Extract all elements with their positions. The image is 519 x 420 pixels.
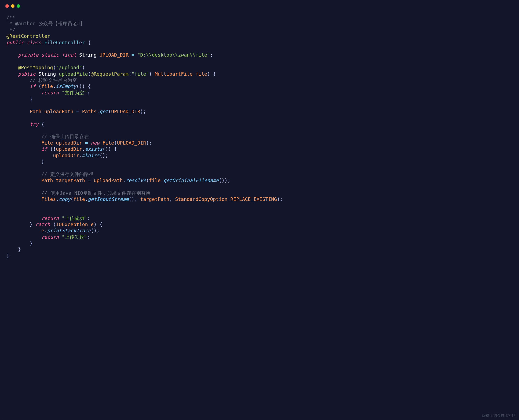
variable: uploadDir [56,146,82,152]
brace: } [30,240,33,246]
keyword: final [62,52,76,58]
semicolon: ; [228,178,231,183]
semicolon: ; [210,52,213,58]
paren: ( [88,71,91,77]
semicolon: ; [87,215,90,221]
constant: UPLOAD_DIR [117,140,146,146]
keyword: if [41,146,47,152]
keyword: public [6,40,24,45]
dot: . [160,178,163,183]
paren: ()) { [76,83,91,89]
variable: uploadDir [56,140,82,146]
param: e [91,222,94,227]
method-call: getOriginalFilename [163,178,219,183]
code-window: /** * @author 公众号【程序员老J】 */ @RestControl… [0,0,519,420]
keyword: public [18,71,35,77]
paren: ) [82,65,85,70]
brace: { [213,71,216,77]
paren: ( [146,178,149,183]
keyword: return [41,234,59,240]
keyword: catch [35,222,50,227]
semicolon: ; [149,140,152,146]
keyword: static [41,52,59,58]
dot: . [228,196,231,202]
method-call: resolve [126,178,146,183]
operator: = [85,178,94,183]
brace: } [30,222,33,227]
paren: ( [114,140,117,146]
paren: ) { [94,222,103,227]
paren: ) [146,140,149,146]
paren: ( [108,109,111,114]
variable: uploadPath [44,109,73,114]
semicolon: ; [87,234,90,240]
close-icon[interactable] [5,4,9,8]
method-call: getInputStream [88,196,129,202]
keyword: if [30,83,36,89]
string: "上传成功" [62,215,87,221]
paren: ) [149,71,152,77]
type: String [79,52,97,58]
method-call: copy [59,196,70,202]
minimize-icon[interactable] [11,4,14,8]
brace: { [85,40,91,45]
dot: . [56,196,59,202]
type: IOException [56,222,88,227]
variable: e [41,228,44,233]
paren: ( [53,65,56,70]
window-titlebar [0,0,519,12]
paren: (! [50,146,56,152]
string: "上传失败" [62,234,87,240]
type: Path [41,178,53,183]
brace: } [18,246,21,252]
variable: file [149,178,160,183]
method-call: exists [85,146,103,152]
paren: ) [207,71,210,77]
constant: UPLOAD_DIR [111,109,140,114]
paren: ( [53,222,56,227]
semicolon: ; [143,109,146,114]
dot: . [53,83,56,89]
keyword: class [27,40,41,45]
variable: file [41,83,53,89]
variable: file [73,196,85,202]
maximize-icon[interactable] [17,4,20,8]
semicolon: ; [97,228,100,233]
paren: () [100,153,105,158]
type: File [41,140,53,146]
class-name: FileController [44,40,85,45]
brace: { [41,121,44,127]
comment-line: * @author 公众号【程序员老J】 [6,21,85,26]
dot: . [123,178,126,183]
semicolon: ; [87,90,90,95]
keyword: return [41,215,59,221]
method-call: isEmpty [56,83,76,89]
string: "file" [131,71,149,77]
paren: ( [70,196,73,202]
constant: REPLACE_EXISTING [231,196,277,202]
class-ref: StandardCopyOption [175,196,228,202]
semicolon: ; [105,153,108,158]
paren: ) [277,196,280,202]
semicolon: ; [280,196,283,202]
paren: ) [140,109,143,114]
paren: ()) [219,178,228,183]
operator: = [82,140,91,146]
brace: } [6,253,9,259]
method-call: get [100,109,108,114]
keyword: new [91,140,100,146]
comment-line: // 定义保存文件的路径 [41,171,94,177]
param: file [196,71,207,77]
paren: () [91,228,97,233]
string: "文件为空" [62,90,87,95]
code-content: /** * @author 公众号【程序员老J】 */ @RestControl… [0,12,519,265]
class-ref: Files [41,196,56,202]
comment-line: */ [6,27,15,33]
dot: . [44,228,47,233]
paren: ( [129,71,131,77]
constant: UPLOAD_DIR [100,52,129,58]
keyword: return [41,90,59,95]
operator: = [129,52,137,58]
paren: ( [38,83,41,89]
dot: . [85,196,88,202]
